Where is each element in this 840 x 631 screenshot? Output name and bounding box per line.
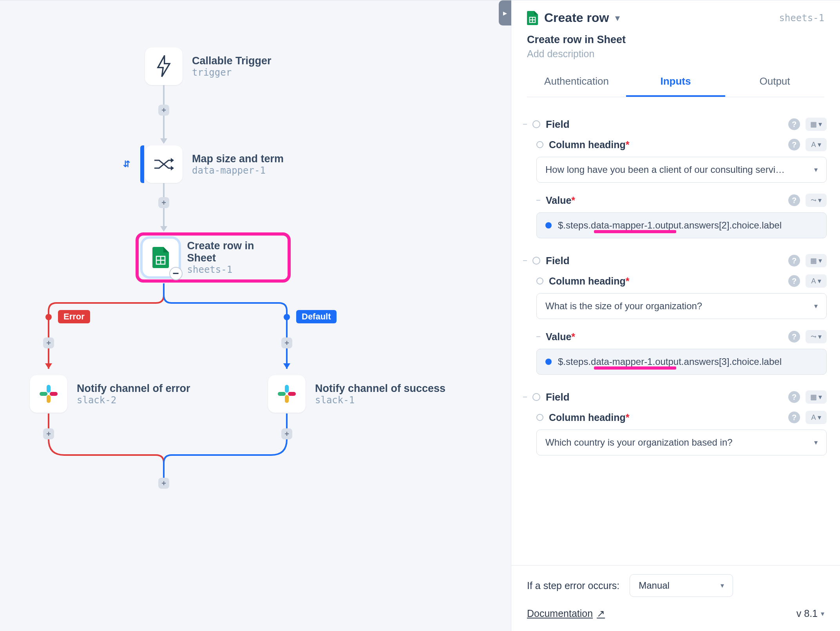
node-trigger-box[interactable] xyxy=(145,47,183,85)
add-step-button[interactable]: + xyxy=(281,428,292,439)
expression-text: $.steps.data-mapper-1.output.answers[3].… xyxy=(558,356,782,367)
select-value: What is the size of your organization? xyxy=(545,301,702,312)
value-label: Value* xyxy=(546,331,783,343)
collapse-panel-button[interactable] xyxy=(499,0,511,25)
select-value: Which country is your organization based… xyxy=(545,437,733,448)
tab-output[interactable]: Output xyxy=(725,67,824,97)
arrow-icon xyxy=(160,226,167,232)
slack-icon xyxy=(277,384,297,404)
value-expression-input[interactable]: $.steps.data-mapper-1.output.answers[2].… xyxy=(536,212,827,238)
node-slack-error-label: Notify channel of error slack-2 xyxy=(77,383,190,406)
field-group: Field ? ▦ xyxy=(523,390,827,404)
panel-body[interactable]: Field ? ▦ Column heading* ? A How long h… xyxy=(511,101,840,565)
slack-icon xyxy=(39,384,58,404)
panel-title[interactable]: Create row xyxy=(544,11,609,25)
panel-description-input[interactable]: Add description xyxy=(527,48,824,60)
collapse-node-button[interactable]: − xyxy=(169,267,183,280)
mode-toggle[interactable]: A xyxy=(806,411,827,424)
radio-icon[interactable] xyxy=(532,257,540,265)
workflow-canvas[interactable]: Callable Trigger trigger + ⇵ xyxy=(0,0,511,631)
tree-connector-icon xyxy=(536,200,540,201)
help-icon[interactable]: ? xyxy=(788,118,800,130)
node-slack-success-label: Notify channel of success slack-1 xyxy=(315,383,445,406)
bolt-icon xyxy=(156,55,172,77)
expression-dot-icon xyxy=(545,359,552,365)
sheets-icon xyxy=(527,11,538,25)
version-selector[interactable]: v 8.1 xyxy=(797,608,824,619)
add-step-button[interactable]: + xyxy=(43,337,54,348)
node-slack-success[interactable]: Notify channel of success slack-1 xyxy=(268,375,445,413)
add-step-button[interactable]: + xyxy=(158,197,169,208)
add-step-button[interactable]: + xyxy=(281,337,292,348)
column-heading-label: Column heading* xyxy=(549,412,783,423)
help-icon[interactable]: ? xyxy=(788,255,800,267)
help-icon[interactable]: ? xyxy=(788,139,800,150)
field-group: Field ? ▦ xyxy=(523,254,827,267)
panel-subtitle: Create row in Sheet xyxy=(527,34,824,46)
add-step-button[interactable]: + xyxy=(43,428,54,439)
help-icon[interactable]: ? xyxy=(788,194,800,206)
mode-toggle[interactable]: A xyxy=(806,138,827,151)
radio-icon[interactable] xyxy=(536,277,543,285)
node-trigger-label: Callable Trigger trigger xyxy=(192,55,272,78)
panel-footer: If a step error occurs: Manual Documenta… xyxy=(511,565,840,631)
mode-toggle[interactable]: ▦ xyxy=(806,390,827,404)
branch-dot-default xyxy=(284,314,290,320)
error-handling-select[interactable]: Manual xyxy=(630,574,733,597)
mode-toggle[interactable]: ▦ xyxy=(806,118,827,131)
expression-dot-icon xyxy=(545,222,552,228)
chevron-down-icon xyxy=(814,302,818,310)
node-slack-success-box[interactable] xyxy=(268,375,306,413)
svg-rect-8 xyxy=(50,392,58,396)
tree-connector-icon xyxy=(523,397,527,397)
mapper-accent xyxy=(140,145,144,183)
mode-toggle[interactable]: ⤳ xyxy=(806,194,827,207)
mode-toggle[interactable]: A xyxy=(806,274,827,288)
drag-handle-icon[interactable]: ⇵ xyxy=(123,159,130,169)
radio-icon[interactable] xyxy=(532,393,540,401)
help-icon[interactable]: ? xyxy=(788,331,800,343)
arrow-icon xyxy=(160,138,167,144)
column-heading-select[interactable]: What is the size of your organization? xyxy=(536,293,827,319)
svg-marker-4 xyxy=(283,363,290,369)
node-data-mapper-box[interactable]: ⇵ xyxy=(145,145,183,183)
highlight-marker xyxy=(594,366,676,370)
help-icon[interactable]: ? xyxy=(788,391,800,403)
node-sheets-selected[interactable]: − Create row in Sheet sheets-1 xyxy=(136,232,291,283)
expression-text: $.steps.data-mapper-1.output.answers[2].… xyxy=(558,220,782,231)
sheets-icon xyxy=(152,247,169,268)
column-heading-select[interactable]: How long have you been a client of our c… xyxy=(536,157,827,183)
field-group-label: Field xyxy=(546,118,783,131)
node-slack-error[interactable]: Notify channel of error slack-2 xyxy=(30,375,190,413)
help-icon[interactable]: ? xyxy=(788,412,800,423)
documentation-link[interactable]: Documentation ↗ xyxy=(527,608,605,619)
node-sheets-box[interactable]: − xyxy=(143,239,179,276)
radio-icon[interactable] xyxy=(536,141,543,148)
node-data-mapper[interactable]: ⇵ Map size and term data-mapper-1 xyxy=(145,145,284,183)
column-heading-label: Column heading* xyxy=(549,139,783,150)
svg-rect-5 xyxy=(47,385,51,393)
select-value: How long have you been a client of our c… xyxy=(545,164,785,175)
column-heading-select[interactable]: Which country is your organization based… xyxy=(536,430,827,455)
tab-authentication[interactable]: Authentication xyxy=(527,67,626,97)
branch-badge-default: Default xyxy=(296,310,337,323)
add-step-button[interactable]: + xyxy=(158,478,169,489)
mode-toggle[interactable]: ⤳ xyxy=(806,330,827,343)
radio-icon[interactable] xyxy=(536,414,543,421)
radio-icon[interactable] xyxy=(532,120,540,128)
svg-rect-10 xyxy=(278,392,286,396)
node-data-mapper-label: Map size and term data-mapper-1 xyxy=(192,153,284,176)
value-expression-input[interactable]: $.steps.data-mapper-1.output.answers[3].… xyxy=(536,349,827,375)
chevron-down-icon[interactable] xyxy=(615,13,620,24)
tree-connector-icon xyxy=(523,260,527,261)
value-label: Value* xyxy=(546,195,783,206)
node-slack-error-box[interactable] xyxy=(30,375,67,413)
field-group-label: Field xyxy=(546,391,783,403)
help-icon[interactable]: ? xyxy=(788,275,800,287)
node-trigger[interactable]: Callable Trigger trigger xyxy=(145,47,272,85)
add-step-button[interactable]: + xyxy=(158,105,169,116)
chevron-down-icon xyxy=(814,165,818,174)
external-link-icon: ↗ xyxy=(597,608,605,619)
mode-toggle[interactable]: ▦ xyxy=(806,254,827,267)
tab-inputs[interactable]: Inputs xyxy=(626,67,725,97)
